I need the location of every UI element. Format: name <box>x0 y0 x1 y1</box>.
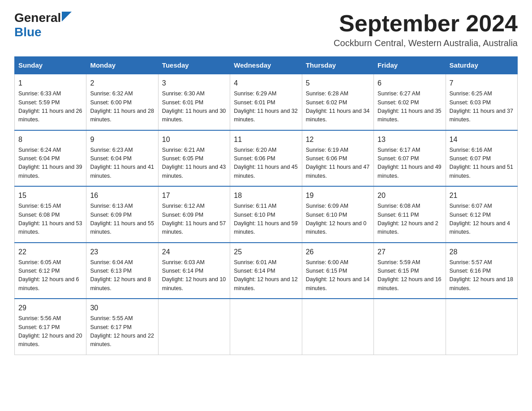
day-number: 27 <box>378 247 442 257</box>
day-number: 29 <box>18 303 82 313</box>
day-number: 2 <box>90 78 154 89</box>
day-number: 12 <box>306 134 370 145</box>
logo: General Blue <box>14 11 72 39</box>
calendar-week-4: 22 Sunrise: 6:05 AMSunset: 6:12 PMDaylig… <box>15 243 518 299</box>
calendar-cell: 27 Sunrise: 5:59 AMSunset: 6:15 PMDaylig… <box>374 243 446 299</box>
logo-blue-text: Blue <box>14 25 42 39</box>
day-number: 10 <box>162 134 226 145</box>
calendar-header-row: Sunday Monday Tuesday Wednesday Thursday… <box>15 57 518 74</box>
day-info: Sunrise: 6:33 AMSunset: 5:59 PMDaylight:… <box>18 90 82 123</box>
calendar-cell: 20 Sunrise: 6:08 AMSunset: 6:11 PMDaylig… <box>374 186 446 243</box>
calendar-cell: 4 Sunrise: 6:29 AMSunset: 6:01 PMDayligh… <box>230 74 302 130</box>
day-info: Sunrise: 6:07 AMSunset: 6:12 PMDaylight:… <box>450 203 511 235</box>
day-number: 15 <box>18 190 82 201</box>
day-info: Sunrise: 6:11 AMSunset: 6:10 PMDaylight:… <box>234 203 297 235</box>
calendar-cell <box>446 299 517 355</box>
day-info: Sunrise: 6:05 AMSunset: 6:12 PMDaylight:… <box>18 259 79 291</box>
calendar-cell: 17 Sunrise: 6:12 AMSunset: 6:09 PMDaylig… <box>158 186 230 243</box>
calendar-cell: 26 Sunrise: 6:00 AMSunset: 6:15 PMDaylig… <box>302 243 373 299</box>
day-number: 5 <box>306 78 370 89</box>
day-number: 16 <box>90 190 154 201</box>
day-info: Sunrise: 6:29 AMSunset: 6:01 PMDaylight:… <box>234 90 297 123</box>
day-number: 17 <box>162 190 226 201</box>
svg-marker-0 <box>62 12 72 21</box>
calendar-cell: 3 Sunrise: 6:30 AMSunset: 6:01 PMDayligh… <box>158 74 230 130</box>
calendar-cell: 23 Sunrise: 6:04 AMSunset: 6:13 PMDaylig… <box>86 243 158 299</box>
calendar-cell: 13 Sunrise: 6:17 AMSunset: 6:07 PMDaylig… <box>374 130 446 187</box>
day-number: 1 <box>18 78 82 89</box>
calendar-cell: 22 Sunrise: 6:05 AMSunset: 6:12 PMDaylig… <box>15 243 86 299</box>
day-number: 7 <box>450 78 514 89</box>
calendar-cell: 2 Sunrise: 6:32 AMSunset: 6:00 PMDayligh… <box>86 74 158 130</box>
day-info: Sunrise: 6:12 AMSunset: 6:09 PMDaylight:… <box>162 203 226 235</box>
col-saturday: Saturday <box>446 57 517 74</box>
day-info: Sunrise: 6:13 AMSunset: 6:09 PMDaylight:… <box>90 203 154 235</box>
day-info: Sunrise: 6:30 AMSunset: 6:01 PMDaylight:… <box>162 90 226 123</box>
title-area: September 2024 Cockburn Central, Western… <box>334 11 518 48</box>
col-wednesday: Wednesday <box>230 57 302 74</box>
calendar-cell: 30 Sunrise: 5:55 AMSunset: 6:17 PMDaylig… <box>86 299 158 355</box>
col-friday: Friday <box>374 57 446 74</box>
day-number: 19 <box>306 190 370 201</box>
month-title: September 2024 <box>334 11 518 36</box>
day-info: Sunrise: 6:27 AMSunset: 6:02 PMDaylight:… <box>378 90 441 123</box>
day-info: Sunrise: 6:04 AMSunset: 6:13 PMDaylight:… <box>90 259 151 291</box>
day-info: Sunrise: 6:23 AMSunset: 6:04 PMDaylight:… <box>90 147 154 179</box>
day-info: Sunrise: 6:09 AMSunset: 6:10 PMDaylight:… <box>306 203 367 235</box>
day-info: Sunrise: 5:57 AMSunset: 6:16 PMDaylight:… <box>450 259 513 291</box>
calendar-cell: 6 Sunrise: 6:27 AMSunset: 6:02 PMDayligh… <box>374 74 446 130</box>
day-number: 4 <box>234 78 298 89</box>
day-info: Sunrise: 6:08 AMSunset: 6:11 PMDaylight:… <box>378 203 438 235</box>
calendar-week-1: 1 Sunrise: 6:33 AMSunset: 5:59 PMDayligh… <box>15 74 518 130</box>
calendar-cell: 29 Sunrise: 5:56 AMSunset: 6:17 PMDaylig… <box>15 299 86 355</box>
day-number: 14 <box>450 134 514 145</box>
calendar-cell: 5 Sunrise: 6:28 AMSunset: 6:02 PMDayligh… <box>302 74 373 130</box>
calendar-cell: 9 Sunrise: 6:23 AMSunset: 6:04 PMDayligh… <box>86 130 158 187</box>
day-number: 11 <box>234 134 298 145</box>
calendar-cell: 10 Sunrise: 6:21 AMSunset: 6:05 PMDaylig… <box>158 130 230 187</box>
col-monday: Monday <box>86 57 158 74</box>
day-info: Sunrise: 6:16 AMSunset: 6:07 PMDaylight:… <box>450 147 513 179</box>
calendar-cell: 16 Sunrise: 6:13 AMSunset: 6:09 PMDaylig… <box>86 186 158 243</box>
day-number: 3 <box>162 78 226 89</box>
calendar-cell: 21 Sunrise: 6:07 AMSunset: 6:12 PMDaylig… <box>446 186 517 243</box>
day-number: 25 <box>234 247 298 257</box>
col-sunday: Sunday <box>15 57 86 74</box>
day-info: Sunrise: 6:15 AMSunset: 6:08 PMDaylight:… <box>18 203 82 235</box>
day-info: Sunrise: 6:25 AMSunset: 6:03 PMDaylight:… <box>450 90 513 123</box>
day-info: Sunrise: 6:01 AMSunset: 6:14 PMDaylight:… <box>234 259 297 291</box>
calendar-week-5: 29 Sunrise: 5:56 AMSunset: 6:17 PMDaylig… <box>15 299 518 355</box>
day-number: 23 <box>90 247 154 257</box>
calendar-cell <box>302 299 373 355</box>
day-number: 26 <box>306 247 370 257</box>
calendar-cell: 8 Sunrise: 6:24 AMSunset: 6:04 PMDayligh… <box>15 130 86 187</box>
day-info: Sunrise: 6:21 AMSunset: 6:05 PMDaylight:… <box>162 147 226 179</box>
day-info: Sunrise: 6:32 AMSunset: 6:00 PMDaylight:… <box>90 90 154 123</box>
day-number: 21 <box>450 190 514 201</box>
day-info: Sunrise: 6:03 AMSunset: 6:14 PMDaylight:… <box>162 259 226 291</box>
day-number: 24 <box>162 247 226 257</box>
day-info: Sunrise: 6:24 AMSunset: 6:04 PMDaylight:… <box>18 147 82 179</box>
calendar-cell: 28 Sunrise: 5:57 AMSunset: 6:16 PMDaylig… <box>446 243 517 299</box>
calendar-week-3: 15 Sunrise: 6:15 AMSunset: 6:08 PMDaylig… <box>15 186 518 243</box>
calendar-cell: 18 Sunrise: 6:11 AMSunset: 6:10 PMDaylig… <box>230 186 302 243</box>
day-info: Sunrise: 6:28 AMSunset: 6:02 PMDaylight:… <box>306 90 369 123</box>
calendar-cell: 1 Sunrise: 6:33 AMSunset: 5:59 PMDayligh… <box>15 74 86 130</box>
calendar-cell: 14 Sunrise: 6:16 AMSunset: 6:07 PMDaylig… <box>446 130 517 187</box>
calendar-cell: 24 Sunrise: 6:03 AMSunset: 6:14 PMDaylig… <box>158 243 230 299</box>
calendar-cell <box>230 299 302 355</box>
day-info: Sunrise: 5:55 AMSunset: 6:17 PMDaylight:… <box>90 315 154 347</box>
day-number: 13 <box>378 134 442 145</box>
calendar-cell: 7 Sunrise: 6:25 AMSunset: 6:03 PMDayligh… <box>446 74 517 130</box>
calendar-week-2: 8 Sunrise: 6:24 AMSunset: 6:04 PMDayligh… <box>15 130 518 187</box>
day-number: 30 <box>90 303 154 313</box>
location-subtitle: Cockburn Central, Western Australia, Aus… <box>334 38 518 48</box>
day-number: 18 <box>234 190 298 201</box>
col-tuesday: Tuesday <box>158 57 230 74</box>
day-number: 22 <box>18 247 82 257</box>
calendar-cell: 25 Sunrise: 6:01 AMSunset: 6:14 PMDaylig… <box>230 243 302 299</box>
day-number: 20 <box>378 190 442 201</box>
day-info: Sunrise: 5:59 AMSunset: 6:15 PMDaylight:… <box>378 259 441 291</box>
calendar-table: Sunday Monday Tuesday Wednesday Thursday… <box>14 56 518 355</box>
day-number: 6 <box>378 78 442 89</box>
